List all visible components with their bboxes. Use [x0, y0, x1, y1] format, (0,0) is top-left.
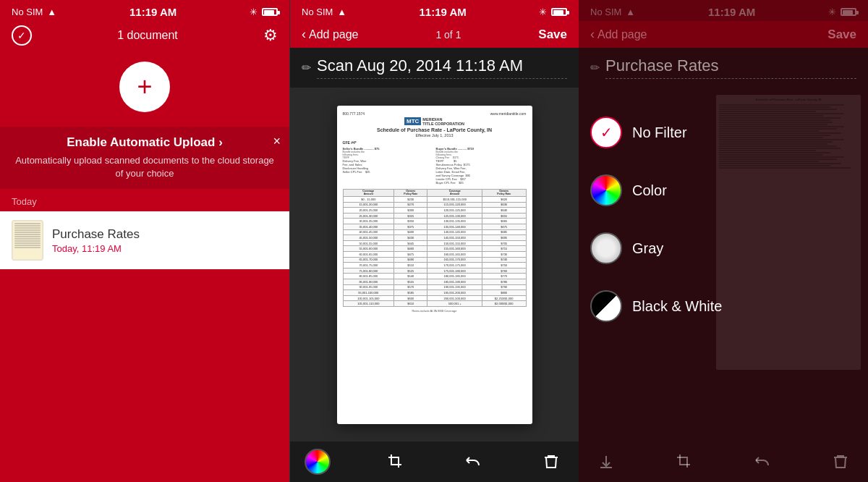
close-banner-button[interactable]: ×: [273, 134, 281, 149]
scan-toolbar: [290, 441, 579, 482]
panel3-title-bar: ✏ Purchase Rates: [579, 48, 868, 88]
back-chevron-icon: ‹: [302, 27, 306, 42]
save-button[interactable]: Save: [538, 28, 567, 42]
page-count-label: 1 of 1: [435, 29, 461, 41]
p2-time: 11:19 AM: [419, 6, 466, 18]
p3-back-chevron-icon: ‹: [590, 27, 595, 42]
p2-status-left: No SIM ▲: [302, 7, 346, 17]
p3-add-page-button[interactable]: ‹ Add page: [590, 27, 647, 42]
p2-status-right: ✳: [539, 7, 567, 17]
col-owners-rate: OwnersPolicy Rate: [394, 189, 427, 197]
p2-bluetooth-icon: ✳: [539, 7, 547, 17]
buyers-bundle: Buyer's Bundle ........... $710 Bundle i…: [436, 147, 527, 185]
status-right: ✳: [250, 7, 278, 17]
add-page-button[interactable]: ‹ Add page: [302, 27, 359, 42]
check-icon: ✓: [17, 30, 26, 41]
scan-document-preview: 800.777.1574 www.meridiantitle.com MTC M…: [337, 106, 532, 424]
doc-main-title: Schedule of Purchase Rate - LaPorte Coun…: [377, 127, 492, 132]
filter-color-item[interactable]: Color: [590, 174, 722, 206]
bundle-info: Seller's Bundle ............ $75 Bundle …: [343, 147, 527, 185]
document-list-item[interactable]: Purchase Rates Today, 11:19 AM: [0, 211, 289, 269]
bluetooth-icon: ✳: [250, 7, 258, 17]
p3-pencil-icon[interactable]: ✏: [590, 61, 600, 75]
no-filter-icon: ✓: [590, 117, 622, 148]
scan-title-text[interactable]: Scan Aug 20, 2014 11:18 AM: [317, 56, 567, 79]
p3-add-page-label: Add page: [597, 28, 647, 41]
p2-carrier: No SIM: [302, 7, 333, 17]
col-coverage: CoverageAmount: [343, 189, 394, 197]
doc-phone: 800.777.1574: [343, 111, 365, 116]
status-time: 11:19 AM: [129, 6, 176, 18]
plus-icon: +: [137, 72, 152, 102]
header-bar: ✓ 1 document ⚙: [0, 21, 289, 50]
rates-table: CoverageAmount OwnersPolicy Rate Coverag…: [343, 189, 527, 307]
status-bar-1: No SIM ▲ 11:19 AM ✳: [0, 0, 289, 21]
p2-wifi-icon: ▲: [337, 7, 346, 17]
p3-undo-button[interactable]: [749, 449, 775, 475]
preview-doc-title: Schedule of Purchase Rate - LaPorte Coun…: [719, 98, 858, 101]
doc-header-info: 800.777.1574 www.meridiantitle.com: [343, 111, 527, 116]
wifi-icon: ▲: [47, 7, 56, 17]
p3-download-button[interactable]: [593, 449, 619, 475]
p3-status-right: ✳: [828, 7, 856, 17]
doc-date: Today, 11:19 AM: [52, 243, 278, 254]
selected-check-icon: ✓: [600, 124, 613, 141]
gear-icon[interactable]: ⚙: [263, 26, 278, 45]
p3-delete-button[interactable]: [827, 449, 854, 475]
doc-info: Purchase Rates Today, 11:19 AM: [52, 227, 278, 254]
filter-options-list: ✓ No Filter Color Gray Black & White: [590, 117, 722, 322]
filter-gray-item[interactable]: Gray: [590, 232, 722, 264]
p3-crop-button[interactable]: [671, 449, 697, 475]
p3-battery-icon: [841, 8, 856, 16]
scan-image-area: 800.777.1574 www.meridiantitle.com MTC M…: [290, 88, 579, 441]
upload-banner-title[interactable]: Enable Automatic Upload ›: [12, 135, 278, 150]
pencil-icon[interactable]: ✏: [302, 61, 311, 75]
panel-filter-selector: No SIM ▲ 11:19 AM ✳ ‹ Add page Save ✏ Pu…: [579, 0, 868, 482]
section-today-label: Today: [0, 189, 289, 211]
filter-no-filter-item[interactable]: ✓ No Filter: [590, 117, 722, 148]
doc-thumb-inner: [13, 221, 42, 259]
delete-button[interactable]: [538, 449, 564, 475]
company-logo: MTC MERIDIANTITLE CORPORATION: [404, 117, 464, 126]
filter-bw-item[interactable]: Black & White: [590, 290, 722, 322]
status-bar-2: No SIM ▲ 11:19 AM ✳: [290, 0, 579, 21]
battery-icon: [262, 8, 278, 16]
undo-button[interactable]: [460, 449, 486, 475]
crop-button[interactable]: [383, 449, 409, 475]
add-button-area: +: [0, 50, 289, 127]
color-filter-icon: [590, 174, 622, 206]
panel2-nav-bar: ‹ Add page 1 of 1 Save: [290, 21, 579, 48]
gfe-label: GFE #4*: [343, 140, 527, 145]
preview-line-group: [719, 104, 858, 169]
doc-website: www.meridiantitle.com: [490, 111, 527, 116]
p3-wifi-icon: ▲: [626, 7, 635, 17]
rates-table-body: $0 - 15,000$230$110,001-115,000$620 15,0…: [343, 197, 526, 307]
p3-document-title[interactable]: Purchase Rates: [605, 56, 856, 79]
sellers-bundle: Seller's Bundle ............ $75 Bundle …: [343, 147, 433, 185]
carrier-label: No SIM: [12, 7, 43, 17]
status-left: No SIM ▲: [12, 7, 56, 17]
doc-thumbnail: [12, 220, 43, 261]
p3-carrier: No SIM: [590, 7, 621, 17]
p2-battery-icon: [551, 8, 567, 16]
add-page-label: Add page: [309, 28, 359, 41]
panel-scan-editor: No SIM ▲ 11:19 AM ✳ ‹ Add page 1 of 1 Sa…: [289, 0, 579, 482]
color-filter-label: Color: [632, 182, 667, 199]
scan-title-bar: ✏ Scan Aug 20, 2014 11:18 AM: [290, 48, 579, 88]
col-coverage2: CoverageAmount: [427, 189, 482, 197]
company-abbr: MTC: [404, 117, 421, 125]
doc-name: Purchase Rates: [52, 227, 278, 242]
p3-save-button[interactable]: Save: [827, 28, 856, 42]
p3-status-left: No SIM ▲: [590, 7, 635, 17]
bw-filter-label: Black & White: [632, 298, 722, 315]
add-document-button[interactable]: +: [119, 62, 170, 112]
preview-thumbnail: Schedule of Purchase Rate - LaPorte Coun…: [716, 95, 861, 370]
footer-note: Rates include ALTA 9/8B Coverage: [412, 309, 456, 313]
no-filter-label: No Filter: [632, 124, 687, 141]
check-circle-button[interactable]: ✓: [12, 25, 32, 46]
doc-count-label: 1 document: [117, 29, 178, 42]
panel-documents: No SIM ▲ 11:19 AM ✳ ✓ 1 document ⚙ + × E…: [0, 0, 289, 482]
bw-filter-icon: [590, 290, 622, 322]
color-filter-button[interactable]: [305, 449, 331, 475]
company-name: MERIDIANTITLE CORPORATION: [422, 117, 464, 126]
